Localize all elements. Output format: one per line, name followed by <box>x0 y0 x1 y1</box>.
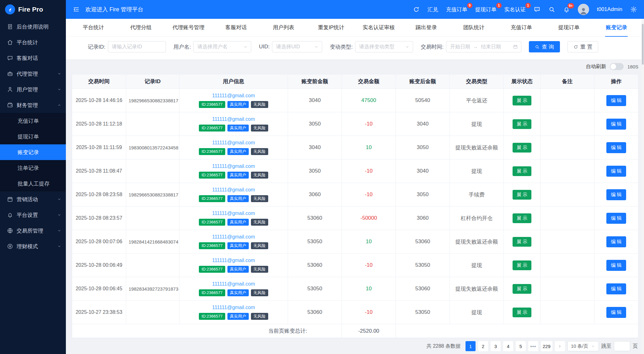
sidebar-subitem[interactable]: 批量人工提存 <box>0 176 66 191</box>
sidebar-item[interactable]: 营销活动 <box>0 191 66 207</box>
auto-refresh-row: 自动刷新 180S <box>72 59 638 74</box>
sidebar-item[interactable]: 财务管理 <box>0 97 66 113</box>
cell-after-amount: 53060 <box>396 230 450 254</box>
sidebar-item[interactable]: 理财模式 <box>0 239 66 254</box>
tab[interactable]: 客服对话 <box>212 19 260 36</box>
header-quick-link[interactable]: 汇兑 <box>428 6 438 13</box>
avatar[interactable] <box>578 4 589 15</box>
user-email-link[interactable]: 111111@gmail.com <box>212 164 255 169</box>
user-id-badge: ID:2366577 <box>199 195 225 202</box>
header-quick-link[interactable]: 充值订单9 <box>446 6 467 13</box>
header-quick-link[interactable]: 实名认证1 <box>504 6 526 13</box>
cell-after-amount: 3040 <box>396 159 450 183</box>
page-button[interactable]: 1 <box>466 341 476 351</box>
toggle-knob <box>610 64 616 69</box>
user-badges: ID:2366577真实用户无风险 <box>199 242 268 249</box>
edit-button[interactable]: 编 辑 <box>606 166 626 177</box>
sidebar-subitem[interactable]: 账变记录 <box>0 144 66 160</box>
sidebar-subitem[interactable]: 注单记录 <box>0 160 66 176</box>
sidebar-item[interactable]: 用户管理 <box>0 82 66 97</box>
message-icon[interactable] <box>534 6 540 13</box>
sidebar-subitem[interactable]: 提现订单 <box>0 129 66 144</box>
auto-refresh-interval: 180S <box>627 64 638 69</box>
cell-before-amount: 3060 <box>288 183 342 206</box>
sidebar-item-label: 理财模式 <box>17 243 38 250</box>
username-select[interactable]: 请选择用户名 <box>193 41 251 52</box>
tab[interactable]: 重复IP统计 <box>307 19 355 36</box>
cell-trade-type: 提现 <box>450 112 504 136</box>
sidebar-item[interactable]: 交易所管理 <box>0 223 66 239</box>
edit-button[interactable]: 编 辑 <box>606 307 626 318</box>
user-email-link[interactable]: 111111@gmail.com <box>212 305 255 310</box>
page-button[interactable]: 4 <box>503 341 513 351</box>
sidebar-item[interactable]: 平台设置 <box>0 207 66 223</box>
cell-trade-amount: -50000 <box>342 206 396 230</box>
user-email-link[interactable]: 111111@gmail.com <box>212 187 255 193</box>
page-button[interactable]: 2 <box>478 341 488 351</box>
collapse-menu-icon[interactable] <box>73 6 80 13</box>
scrollbar-thumb[interactable] <box>642 24 644 65</box>
edit-button[interactable]: 编 辑 <box>606 283 626 294</box>
username[interactable]: t001Admin <box>597 6 622 13</box>
edit-button[interactable]: 编 辑 <box>606 95 626 106</box>
tab[interactable]: 账变记录 <box>593 19 640 36</box>
user-email-link[interactable]: 111111@gmail.com <box>212 140 255 146</box>
pagination-ellipsis[interactable]: ••• <box>528 341 538 351</box>
edit-button[interactable]: 编 辑 <box>606 119 626 130</box>
tab[interactable]: 踢出登录 <box>402 19 450 36</box>
cell-user-info: 111111@gmail.comID:2366577真实用户无风险 <box>179 136 288 159</box>
tab[interactable]: 提现订单 <box>545 19 593 36</box>
edit-button[interactable]: 编 辑 <box>606 142 626 153</box>
tab-label: 客服对话 <box>225 19 247 37</box>
table-card: 交易时间记录ID用户信息账变前金额交易金额账变后金额交易类型展示状态备注操作 2… <box>72 74 638 338</box>
sidebar-subitem[interactable]: 充值订单 <box>0 113 66 129</box>
user-badges: ID:2366577真实用户无风险 <box>199 101 268 108</box>
table-row: 2025-10-28 11:11:59198300801357224345811… <box>72 136 638 159</box>
search-icon[interactable] <box>548 6 555 13</box>
tab[interactable]: 代理账号管理 <box>165 19 212 36</box>
settings-gear-icon[interactable] <box>630 6 637 13</box>
tab[interactable]: 平台统计 <box>70 19 117 36</box>
reset-button[interactable]: 重 置 <box>567 41 599 52</box>
header-quick-link[interactable]: 提现订单1 <box>475 6 497 13</box>
auto-refresh-label: 自动刷新 <box>586 63 606 70</box>
refresh-icon[interactable] <box>413 6 420 13</box>
tab[interactable]: 用户列表 <box>260 19 307 36</box>
tab[interactable]: 团队统计 <box>450 19 498 36</box>
uid-select[interactable]: 请选择UID <box>272 41 322 52</box>
trade-time-range-picker[interactable]: 开始日期 → 结束日期 <box>446 41 521 52</box>
edit-button[interactable]: 编 辑 <box>606 236 626 247</box>
page-button-last[interactable]: 229 <box>541 341 552 351</box>
user-email-link[interactable]: 111111@gmail.com <box>212 281 255 287</box>
edit-button[interactable]: 编 辑 <box>606 260 626 271</box>
page-scrollbar[interactable] <box>641 19 644 354</box>
notification-bell[interactable]: 9+ <box>563 6 570 13</box>
cell-actions: 编 辑 <box>594 206 638 230</box>
record-id-input[interactable] <box>108 41 166 52</box>
tab[interactable]: 充值订单 <box>498 19 545 36</box>
sidebar-item[interactable]: 代理管理 <box>0 66 66 82</box>
next-page-button[interactable] <box>555 341 565 351</box>
auto-refresh-toggle[interactable] <box>610 63 624 70</box>
tab[interactable]: 代理分组 <box>117 19 165 36</box>
user-email-link[interactable]: 111111@gmail.com <box>212 116 255 122</box>
page-button[interactable]: 3 <box>491 341 501 351</box>
page-button[interactable]: 5 <box>516 341 526 351</box>
user-email-link[interactable]: 111111@gmail.com <box>212 93 255 99</box>
sidebar-item[interactable]: 平台统计 <box>0 35 66 50</box>
edit-button[interactable]: 编 辑 <box>606 213 626 224</box>
sidebar-item[interactable]: 后台使用说明 <box>0 19 66 35</box>
submenu: 充值订单提现订单账变记录注单记录批量人工提存 <box>0 113 66 191</box>
sidebar-item[interactable]: 客服对话 <box>0 50 66 66</box>
jump-page-input[interactable] <box>614 341 630 351</box>
user-email-link[interactable]: 111111@gmail.com <box>212 211 255 216</box>
user-email-link[interactable]: 111111@gmail.com <box>212 234 255 240</box>
page-size-select[interactable]: 10 条/页 <box>567 341 599 351</box>
sidebar-item-label: 财务管理 <box>17 102 38 109</box>
user-email-link[interactable]: 111111@gmail.com <box>212 258 255 263</box>
search-button[interactable]: 查 询 <box>529 41 560 52</box>
cell-actions: 编 辑 <box>594 112 638 136</box>
edit-button[interactable]: 编 辑 <box>606 189 626 200</box>
tab[interactable]: 实名认证审核 <box>355 19 402 36</box>
change-type-select[interactable]: 请选择变动类型 <box>355 41 413 52</box>
